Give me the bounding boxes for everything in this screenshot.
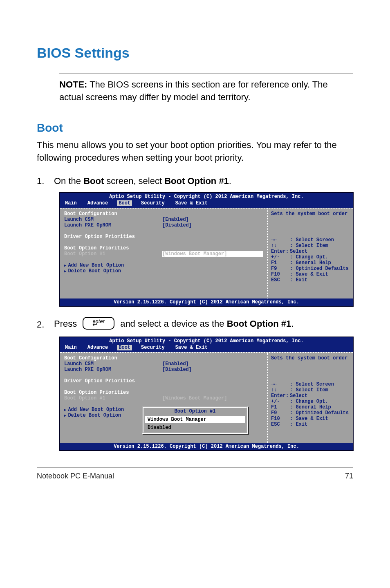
tab-save-exit-2[interactable]: Save & Exit (174, 345, 209, 350)
footer-page-number: 71 (345, 472, 353, 480)
launch-pxe-row[interactable]: Launch PXE OpROM[Disabled] (64, 222, 263, 228)
driver-priorities-header: Driver Option Priorities (64, 234, 263, 240)
tab-boot-2[interactable]: Boot (117, 345, 132, 350)
boot-option-1-row-real[interactable]: Boot Option #1[Windows Boot Manager] (64, 251, 263, 257)
tab-security[interactable]: Security (139, 200, 166, 206)
step-2: 2. Press enter↵ and select a device as t… (37, 318, 353, 331)
boot-config-header-2: Boot Configuration (64, 355, 263, 361)
bios-help-panel-2: Sets the system boot order →←: Select Sc… (267, 353, 353, 443)
boot-description: This menu allows you to set your boot op… (37, 139, 353, 165)
boot-priorities-header: Boot Option Priorities (64, 245, 263, 251)
boot-priorities-header-2: Boot Option Priorities (64, 390, 263, 395)
add-boot-option[interactable]: Add New Boot Option (64, 263, 263, 268)
note-label: NOTE: (59, 79, 87, 90)
step2-number: 2. (37, 319, 54, 330)
boot-option-popup: Boot Option #1 Windows Boot Manager Disa… (142, 406, 248, 434)
boot-config-header: Boot Configuration (64, 211, 263, 217)
tab-boot[interactable]: Boot (117, 200, 132, 206)
footer-left: Notebook PC E-Manual (37, 472, 114, 480)
help-text: Sets the system boot order (271, 211, 350, 217)
bios-screenshot-2: Aptio Setup Utility - Copyright (C) 2012… (59, 337, 354, 451)
section-heading-boot: Boot (37, 121, 353, 135)
bios-version-2: Version 2.15.1226. Copyright (C) 2012 Am… (60, 443, 353, 450)
bios-key-legend-2: →←: Select Screen ↑↓: Select Item Enter:… (271, 382, 350, 427)
page-footer: Notebook PC E-Manual 71 (37, 467, 353, 480)
step2-text: Press enter↵ and select a device as the … (54, 318, 294, 331)
popup-title: Boot Option #1 (143, 408, 247, 415)
enter-keycap: enter↵ (83, 317, 114, 330)
tab-save-exit[interactable]: Save & Exit (174, 200, 209, 206)
bios-menubar-2: Main Advance Boot Security Save & Exit (60, 345, 353, 352)
tab-security-2[interactable]: Security (139, 345, 166, 350)
help-text-2: Sets the system boot order (271, 355, 350, 361)
note-text: The BIOS screens in this section are for… (59, 79, 328, 102)
launch-csm-row-2[interactable]: Launch CSM[Enabled] (64, 361, 263, 367)
bios-help-panel: Sets the system boot order →←: Select Sc… (267, 209, 353, 298)
step1-text: On the Boot screen, select Boot Option #… (54, 176, 231, 186)
bios-left-panel-2: Boot Configuration Launch CSM[Enabled] L… (60, 353, 267, 443)
step-1: 1. On the Boot screen, select Boot Optio… (37, 176, 353, 186)
launch-pxe-row-2[interactable]: Launch PXE OpROM[Disabled] (64, 367, 263, 373)
tab-advance-2[interactable]: Advance (86, 345, 110, 350)
delete-boot-option[interactable]: Delete Boot Option (64, 268, 263, 274)
bios-title-2: Aptio Setup Utility - Copyright (C) 2012… (60, 337, 353, 345)
page-title: BIOS Settings (37, 45, 353, 61)
tab-main-2[interactable]: Main (63, 345, 78, 350)
bios-key-legend: →←: Select Screen ↑↓: Select Item Enter:… (271, 237, 350, 283)
boot-option-1-row-2[interactable]: Boot Option #1[Windows Boot Manager] (64, 395, 263, 401)
popup-option-disabled[interactable]: Disabled (145, 424, 245, 431)
bios-title: Aptio Setup Utility - Copyright (C) 2012… (60, 193, 353, 200)
bios-menubar: Main Advance Boot Security Save & Exit (60, 200, 353, 208)
note-box: NOTE: The BIOS screens in this section a… (59, 73, 353, 109)
bios-version: Version 2.15.1226. Copyright (C) 2012 Am… (60, 298, 353, 306)
bios-left-panel: Boot Configuration Launch CSM[Enabled] L… (60, 209, 267, 298)
popup-option-windows-boot-manager[interactable]: Windows Boot Manager (145, 416, 245, 423)
tab-main[interactable]: Main (63, 200, 78, 206)
tab-advance[interactable]: Advance (86, 200, 110, 206)
bios-screenshot-1: Aptio Setup Utility - Copyright (C) 2012… (59, 192, 354, 307)
step1-number: 1. (37, 176, 54, 186)
launch-csm-row[interactable]: Launch CSM[Enabled] (64, 217, 263, 222)
driver-priorities-header-2: Driver Option Priorities (64, 378, 263, 384)
